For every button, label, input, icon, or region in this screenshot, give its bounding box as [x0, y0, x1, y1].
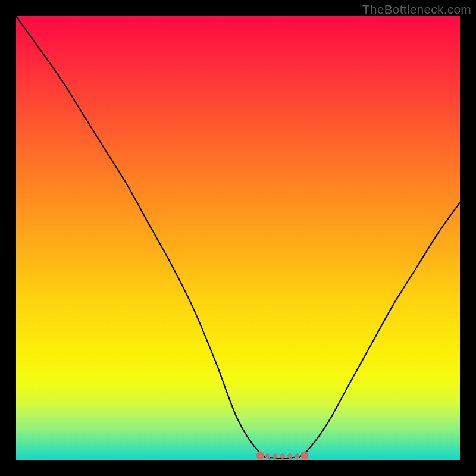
minimum-dot — [265, 453, 270, 458]
minimum-dot — [287, 453, 292, 458]
minimum-dot — [295, 453, 299, 458]
chart-svg — [16, 16, 460, 460]
watermark-text: TheBottleneck.com — [362, 2, 471, 17]
bottleneck-curve — [16, 16, 460, 458]
minimum-endpoint — [256, 452, 264, 459]
chart-frame: TheBottleneck.com — [0, 0, 476, 476]
minimum-dot — [273, 453, 277, 458]
minimum-endpoint — [300, 452, 308, 459]
marker-layer — [256, 452, 309, 459]
curve-layer — [16, 16, 460, 458]
minimum-dot — [280, 453, 284, 458]
